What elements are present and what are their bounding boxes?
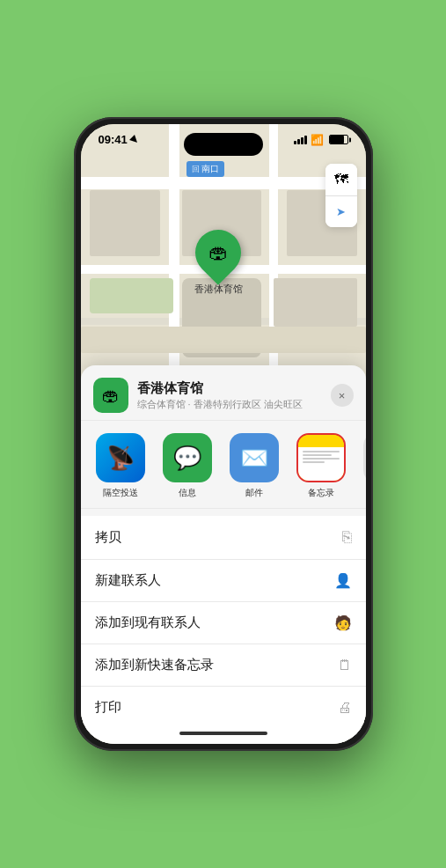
action-print[interactable]: 打印 🖨: [81, 687, 366, 723]
map-north-label: 回 南口: [186, 161, 225, 177]
wifi-icon: 📶: [311, 134, 324, 146]
new-contact-icon: 👤: [334, 572, 352, 589]
print-label: 打印: [95, 699, 121, 716]
add-existing-label: 添加到现有联系人: [95, 614, 201, 631]
airdrop-label: 隔空投送: [103, 487, 138, 499]
action-new-contact[interactable]: 新建联系人 👤: [81, 560, 366, 602]
copy-label: 拷贝: [95, 529, 121, 546]
status-time: 09:41: [99, 133, 128, 146]
signal-bars: [294, 136, 307, 144]
status-icons: 📶: [294, 134, 348, 146]
notes-label: 备忘录: [308, 487, 334, 499]
mail-label: 邮件: [245, 487, 263, 499]
action-copy[interactable]: 拷贝 ⎘: [81, 516, 366, 560]
add-existing-icon: 🧑: [334, 614, 352, 631]
share-more[interactable]: 推: [357, 433, 366, 499]
share-notes[interactable]: 备忘录: [290, 433, 352, 499]
share-mail[interactable]: ✉️ 邮件: [223, 433, 285, 499]
print-icon: 🖨: [338, 700, 352, 716]
sheet-header: 🏟 香港体育馆 综合体育馆 · 香港特别行政区 油尖旺区 ×: [81, 365, 366, 421]
home-indicator: [179, 732, 267, 735]
pin-icon: 🏟: [208, 241, 228, 264]
messages-label: 信息: [179, 487, 196, 499]
venue-subtitle: 综合体育馆 · 香港特别行政区 油尖旺区: [137, 398, 331, 411]
venue-name: 香港体育馆: [137, 380, 331, 397]
quick-note-label: 添加到新快速备忘录: [95, 657, 214, 673]
action-quick-note[interactable]: 添加到新快速备忘录 🗒: [81, 644, 366, 687]
bottom-sheet: 🏟 香港体育馆 综合体育馆 · 香港特别行政区 油尖旺区 × 📡 隔空投送: [81, 365, 366, 744]
mail-icon: ✉️: [230, 433, 279, 482]
notes-icon: [296, 433, 346, 482]
location-button[interactable]: ➤: [325, 195, 357, 227]
more-icon: [363, 433, 366, 482]
share-messages[interactable]: 💬 信息: [157, 433, 218, 499]
venue-icon: 🏟: [93, 378, 128, 413]
messages-icon: 💬: [163, 433, 212, 482]
venue-info: 香港体育馆 综合体育馆 · 香港特别行政区 油尖旺区: [137, 380, 331, 411]
stadium-pin: 🏟 香港体育馆: [194, 230, 243, 296]
quick-note-icon: 🗒: [338, 658, 352, 673]
battery-icon: [329, 135, 348, 144]
new-contact-label: 新建联系人: [95, 572, 161, 589]
map-view-button[interactable]: 🗺: [325, 164, 357, 195]
phone-frame: 09:41 ▶ 📶: [74, 117, 373, 751]
close-button[interactable]: ×: [331, 384, 354, 407]
share-row: 📡 隔空投送 💬 信息 ✉️ 邮件: [81, 421, 366, 509]
airdrop-icon: 📡: [96, 433, 145, 482]
location-icon: ▶: [128, 133, 141, 146]
share-airdrop[interactable]: 📡 隔空投送: [90, 433, 151, 499]
pin-circle: 🏟: [186, 220, 251, 285]
action-add-existing-contact[interactable]: 添加到现有联系人 🧑: [81, 602, 366, 644]
home-indicator-area: [81, 723, 366, 744]
dynamic-island: [184, 133, 263, 156]
phone-screen: 09:41 ▶ 📶: [81, 124, 366, 744]
map-controls: 🗺 ➤: [325, 164, 357, 227]
copy-icon: ⎘: [342, 528, 352, 547]
action-rows: 拷贝 ⎘ 新建联系人 👤 添加到现有联系人 🧑 添加到新快速备忘录 🗒 打印: [81, 516, 366, 723]
